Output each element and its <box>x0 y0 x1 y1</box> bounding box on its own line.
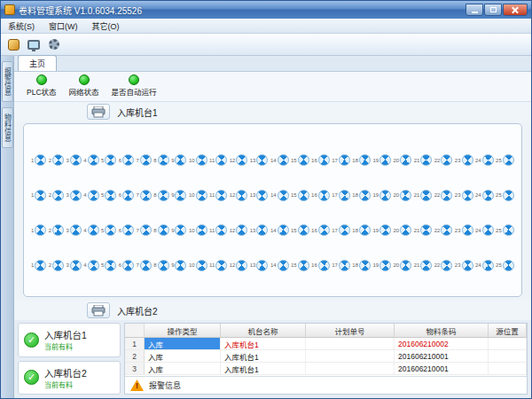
reel-position[interactable]: 2 <box>49 224 64 236</box>
reel-position[interactable]: 10 <box>189 154 207 166</box>
table-cell[interactable]: 入库机台1 <box>221 350 306 362</box>
reel-position[interactable]: 18 <box>352 190 371 201</box>
side-tab-material[interactable]: 物料信息 <box>2 107 13 148</box>
reel-position[interactable]: 16 <box>311 260 330 271</box>
reel-position[interactable]: 22 <box>434 260 453 271</box>
reel-position[interactable]: 3 <box>66 154 82 166</box>
monitor-button[interactable] <box>25 35 43 53</box>
reel-position[interactable]: 24 <box>475 260 494 271</box>
reel-position[interactable]: 9 <box>171 154 186 166</box>
reel-position[interactable]: 5 <box>101 224 116 236</box>
table-cell[interactable]: 入库 <box>145 350 221 362</box>
reel-position[interactable]: 15 <box>291 190 309 201</box>
reel-position[interactable]: 6 <box>119 154 134 166</box>
reel-position[interactable]: 18 <box>352 154 371 166</box>
table-cell[interactable] <box>306 350 395 362</box>
reel-position[interactable]: 16 <box>311 154 330 166</box>
reel-position[interactable]: 1 <box>31 260 46 271</box>
reel-position[interactable]: 16 <box>311 224 330 236</box>
menu-system[interactable]: 系统(S) <box>1 19 42 34</box>
reel-position[interactable]: 17 <box>332 224 350 236</box>
table-cell[interactable] <box>306 338 395 349</box>
reel-position[interactable]: 2 <box>49 190 64 201</box>
close-button[interactable] <box>503 4 528 16</box>
table-cell[interactable]: 201606210001 <box>395 350 489 362</box>
maximize-button[interactable] <box>484 4 502 16</box>
reel-position[interactable]: 13 <box>250 154 269 166</box>
reel-position[interactable]: 19 <box>372 224 391 236</box>
reel-position[interactable]: 22 <box>434 224 453 236</box>
reel-position[interactable]: 2 <box>49 260 64 271</box>
reel-position[interactable]: 21 <box>414 224 433 236</box>
reel-position[interactable]: 6 <box>119 224 134 236</box>
reel-position[interactable]: 4 <box>83 190 98 201</box>
reel-position[interactable]: 21 <box>414 190 433 201</box>
reel-position[interactable]: 1 <box>31 224 46 236</box>
reel-position[interactable]: 8 <box>153 224 168 236</box>
table-cell[interactable]: 入库机台1 <box>221 338 306 349</box>
reel-position[interactable]: 19 <box>372 190 391 201</box>
reel-position[interactable]: 8 <box>153 190 168 201</box>
reel-position[interactable]: 10 <box>189 190 207 201</box>
reel-position[interactable]: 5 <box>101 154 116 166</box>
table-cell[interactable]: 201606210001 <box>395 363 489 374</box>
reel-position[interactable]: 4 <box>83 154 98 166</box>
reel-position[interactable]: 1 <box>31 154 46 166</box>
reel-position[interactable]: 18 <box>352 224 371 236</box>
reel-position[interactable]: 21 <box>414 154 433 166</box>
table-cell[interactable]: 3 <box>125 363 145 374</box>
reel-position[interactable]: 3 <box>66 190 82 201</box>
reel-position[interactable]: 13 <box>250 190 269 201</box>
print-button-station2[interactable] <box>87 302 110 318</box>
reel-position[interactable]: 21 <box>414 260 433 271</box>
reel-position[interactable]: 25 <box>496 154 514 166</box>
reel-position[interactable]: 13 <box>250 224 269 236</box>
side-tab-alarm[interactable]: 报警信息 <box>2 61 13 102</box>
table-row[interactable]: 2入库入库机台1201606210001 <box>125 350 527 363</box>
reel-position[interactable]: 5 <box>101 260 116 271</box>
reel-position[interactable]: 19 <box>372 260 391 271</box>
col-source[interactable]: 源位置 <box>489 324 527 337</box>
reel-position[interactable]: 7 <box>137 190 152 201</box>
reel-position[interactable]: 24 <box>475 190 494 201</box>
reel-position[interactable]: 24 <box>475 154 494 166</box>
reel-position[interactable]: 14 <box>270 224 289 236</box>
reel-position[interactable]: 2 <box>49 154 64 166</box>
col-barcode[interactable]: 物料条码 <box>395 324 489 337</box>
reel-position[interactable]: 13 <box>250 260 269 271</box>
login-button[interactable] <box>4 35 22 53</box>
reel-position[interactable]: 20 <box>394 154 412 166</box>
reel-position[interactable]: 18 <box>352 260 371 271</box>
reel-position[interactable]: 24 <box>475 224 494 236</box>
tab-home[interactable]: 主页 <box>18 55 57 71</box>
reel-position[interactable]: 10 <box>189 224 207 236</box>
reel-position[interactable]: 25 <box>496 190 514 201</box>
reel-position[interactable]: 8 <box>153 260 168 271</box>
table-cell[interactable]: 1 <box>125 338 145 349</box>
table-cell[interactable] <box>489 363 527 374</box>
reel-position[interactable]: 9 <box>171 190 186 201</box>
reel-position[interactable]: 23 <box>455 260 473 271</box>
menu-other[interactable]: 其它(O) <box>85 19 127 34</box>
reel-position[interactable]: 11 <box>209 260 227 271</box>
reel-position[interactable]: 20 <box>394 190 412 201</box>
reel-position[interactable]: 9 <box>171 260 186 271</box>
reel-position[interactable]: 20 <box>394 260 412 271</box>
reel-position[interactable]: 23 <box>455 154 473 166</box>
reel-position[interactable]: 5 <box>101 190 116 201</box>
reel-position[interactable]: 9 <box>171 224 186 236</box>
reel-position[interactable]: 19 <box>372 154 391 166</box>
reel-position[interactable]: 15 <box>291 154 309 166</box>
reel-position[interactable]: 23 <box>455 190 473 201</box>
minimize-button[interactable] <box>466 4 483 16</box>
reel-position[interactable]: 4 <box>83 224 98 236</box>
reel-position[interactable]: 17 <box>332 190 350 201</box>
reel-position[interactable]: 11 <box>209 154 227 166</box>
reel-position[interactable]: 14 <box>270 260 289 271</box>
reel-position[interactable]: 4 <box>83 260 98 271</box>
reel-position[interactable]: 11 <box>209 190 227 201</box>
reel-position[interactable]: 25 <box>496 224 514 236</box>
print-button-station1[interactable] <box>87 104 110 120</box>
reel-position[interactable]: 16 <box>311 190 330 201</box>
reel-position[interactable]: 1 <box>31 190 46 201</box>
